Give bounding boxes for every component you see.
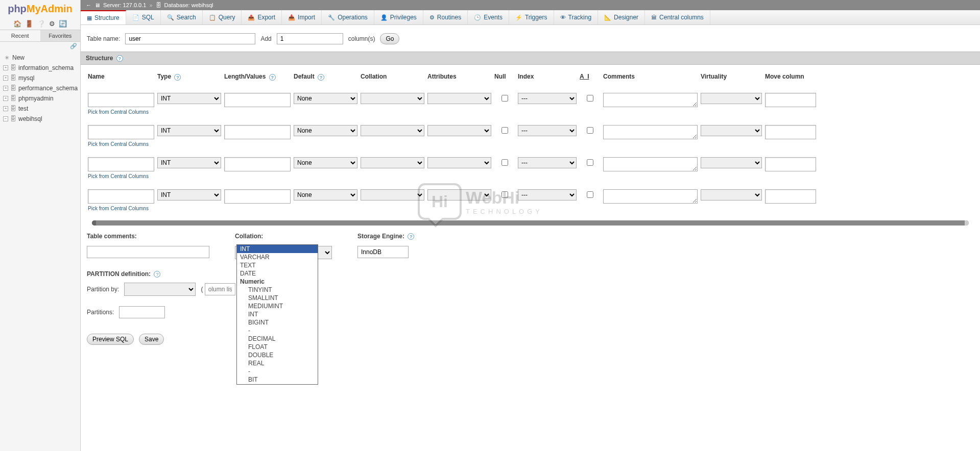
virtuality-select[interactable] [701,125,762,136]
move-input[interactable] [765,157,816,171]
dropdown-option[interactable]: BIT [237,375,318,384]
nav-back-icon[interactable]: ← [86,2,91,8]
save-button[interactable]: Save [139,334,164,345]
dropdown-option[interactable]: TINYINT [237,286,318,294]
dropdown-option[interactable]: TEXT [237,261,318,269]
default-select[interactable]: None [294,157,357,168]
reload-icon[interactable]: 🔄 [59,20,67,28]
tree-db-phpmyadmin[interactable]: +🗄phpmyadmin [1,93,79,104]
dropdown-option[interactable]: DECIMAL [237,335,318,343]
tab-structure[interactable]: ▦Structure [81,10,126,24]
null-checkbox[interactable] [501,127,508,134]
default-select[interactable]: None [294,125,357,136]
partitions-input[interactable] [119,306,165,318]
null-checkbox[interactable] [501,95,508,102]
virtuality-select[interactable] [701,93,762,104]
dropdown-option[interactable]: INT [237,310,318,318]
home-icon[interactable]: 🏠 [13,20,21,28]
settings-icon[interactable]: ⚙ [49,20,55,28]
length-input[interactable] [224,125,291,139]
index-select[interactable]: --- [518,157,577,168]
breadcrumb-server[interactable]: Server: 127.0.0.1 [103,2,146,8]
length-input[interactable] [224,189,291,204]
virtuality-select[interactable] [701,189,762,201]
tree-db-test[interactable]: +🗄test [1,104,79,114]
tab-export[interactable]: 📤Export [242,10,282,24]
type-select[interactable]: INT [157,157,221,168]
addcolumns-input[interactable] [277,33,343,44]
tab-search[interactable]: 🔍Search [161,10,203,24]
colname-input[interactable] [88,125,154,139]
help-icon[interactable]: ? [408,233,414,240]
index-select[interactable]: --- [518,93,577,104]
logout-icon[interactable]: 🚪 [25,20,33,28]
expand-icon[interactable]: + [3,76,8,81]
tab-central-columns[interactable]: 🏛Central columns [645,10,710,24]
expand-icon[interactable]: + [3,106,8,111]
attributes-select[interactable] [427,189,491,201]
dropdown-option[interactable]: Numeric [237,278,318,286]
tab-sql[interactable]: 📄SQL [126,10,161,24]
breadcrumb-database[interactable]: Database: webihsql [164,2,213,8]
tab-query[interactable]: 📋Query [203,10,242,24]
comments-textarea[interactable] [603,125,698,139]
dropdown-option[interactable]: VARCHAR [237,253,318,261]
dropdown-option[interactable]: - [237,327,318,335]
storage-input[interactable] [357,246,409,258]
type-select[interactable]: INT [157,93,221,104]
dropdown-option[interactable]: FLOAT [237,343,318,351]
partition-by-select[interactable] [124,283,196,296]
help-icon[interactable]: ? [116,55,123,62]
dropdown-option[interactable]: DATE [237,269,318,278]
tab-favorites[interactable]: Favorites [40,30,81,41]
collation-select[interactable] [361,93,424,104]
tab-events[interactable]: 🕒Events [468,10,509,24]
ai-checkbox[interactable] [587,191,593,198]
docs-icon[interactable]: ❔ [37,20,45,28]
collation-select[interactable] [361,189,424,201]
tab-routines[interactable]: ⚙Routines [423,10,468,24]
null-checkbox[interactable] [501,159,508,166]
ai-checkbox[interactable] [587,95,593,102]
comments-textarea[interactable] [603,157,698,171]
pick-central-link[interactable]: Pick from Central Columns [88,109,154,115]
link-icon[interactable]: 🔗 [70,43,77,49]
tree-db-information-schema[interactable]: +🗄information_schema [1,63,79,73]
collapse-icon[interactable]: − [3,116,8,121]
dropdown-option[interactable]: BOOLEAN [237,384,318,385]
tab-operations[interactable]: 🔧Operations [322,10,374,24]
tab-privileges[interactable]: 👤Privileges [374,10,423,24]
horizontal-scrollbar[interactable] [92,220,969,225]
type-select[interactable]: INT [157,125,221,136]
colname-input[interactable] [88,189,154,204]
dropdown-option[interactable]: - [237,367,318,375]
help-icon[interactable]: ? [318,74,324,81]
dropdown-option[interactable]: REAL [237,359,318,367]
tab-import[interactable]: 📥Import [282,10,322,24]
dropdown-option[interactable]: DOUBLE [237,351,318,359]
expand-icon[interactable]: + [3,65,8,70]
default-select[interactable]: None [294,189,357,201]
column-list-input[interactable] [205,283,235,295]
go-button[interactable]: Go [380,33,399,44]
pick-central-link[interactable]: Pick from Central Columns [88,206,154,211]
help-icon[interactable]: ? [154,271,160,278]
tree-db-mysql[interactable]: +🗄mysql [1,73,79,83]
tree-new[interactable]: ✳New [1,53,79,63]
dropdown-option[interactable]: BIGINT [237,318,318,327]
index-select[interactable]: --- [518,125,577,136]
ai-checkbox[interactable] [587,159,593,166]
tab-triggers[interactable]: ⚡Triggers [509,10,554,24]
type-select[interactable]: INT [157,189,221,201]
move-input[interactable] [765,93,816,107]
expand-icon[interactable]: + [3,96,8,101]
attributes-select[interactable] [427,125,491,136]
collation-select[interactable] [361,157,424,168]
pick-central-link[interactable]: Pick from Central Columns [88,173,154,179]
tree-db-webihsql[interactable]: −🗄webihsql [1,114,79,124]
length-input[interactable] [224,157,291,171]
comments-textarea[interactable] [603,93,698,107]
tree-db-performance-schema[interactable]: +🗄performance_schema [1,83,79,93]
ai-checkbox[interactable] [587,127,593,134]
tab-recent[interactable]: Recent [0,30,40,41]
